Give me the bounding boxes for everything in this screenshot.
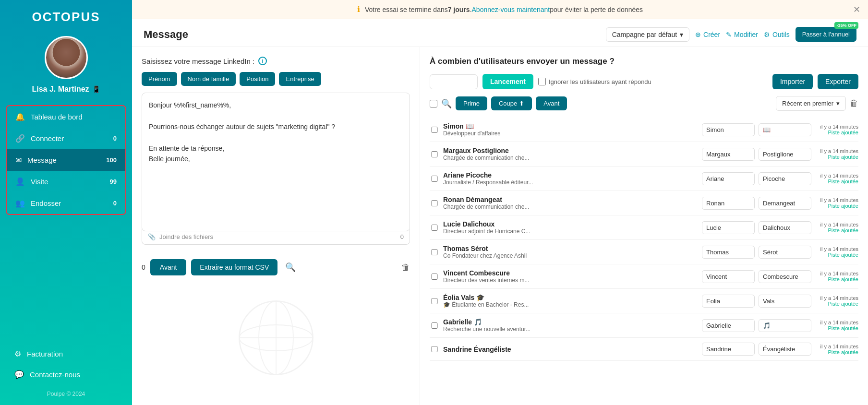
csv-button[interactable]: Extraire au format CSV (191, 259, 277, 275)
user-checkbox-9[interactable] (430, 346, 439, 352)
user-checkbox-5[interactable] (430, 249, 439, 255)
create-button[interactable]: ⊕ Créer (695, 31, 720, 38)
trash-filter-icon[interactable]: 🗑 (850, 98, 858, 108)
sidebar-item-connecter[interactable]: 🔗 Connecter 0 (7, 128, 125, 149)
plus-circle-icon: ⊕ (695, 31, 701, 38)
user-checkbox-4[interactable] (430, 225, 439, 231)
ignore-label: Ignorer les utilisateurs ayant répondu (538, 78, 651, 85)
trial-subscribe-link[interactable]: Abonnez-vous maintenant (472, 6, 550, 13)
user-subtitle: Recherche une nouvelle aventur... (443, 326, 539, 333)
tag-entreprise-button[interactable]: Entreprise (279, 72, 321, 86)
user-first-field[interactable] (702, 319, 755, 332)
user-checkbox-8[interactable] (430, 322, 439, 329)
user-last-field[interactable] (759, 270, 811, 283)
user-first-field[interactable] (702, 343, 755, 356)
launch-button[interactable]: Lancement (482, 74, 533, 89)
user-info-1: Margaux Postiglione Chargée de communica… (443, 147, 698, 161)
user-status: il y a 14 minutes Piste ajoutée (815, 246, 858, 258)
search-filter-icon[interactable]: 🔍 (441, 98, 452, 109)
user-last-field[interactable] (759, 343, 811, 356)
annual-button[interactable]: Passer à l'annuel -35% OFF (796, 27, 856, 42)
table-row: Vincent Combescure Directeur des ventes … (430, 264, 858, 289)
user-subtitle: Journaliste / Responsable éditeur... (443, 179, 539, 186)
user-checkbox-0[interactable] (430, 127, 439, 133)
user-checkbox-1[interactable] (430, 151, 439, 157)
page-header: Message Campagne par défaut ▾ ⊕ Créer ✎ … (132, 19, 868, 47)
import-button[interactable]: Importer (772, 74, 813, 89)
coupe-filter-button[interactable]: Coupe ⬆ (491, 96, 532, 110)
tag-prenom-button[interactable]: Prénom (142, 72, 177, 86)
user-first-field[interactable] (702, 148, 755, 161)
launch-input[interactable] (430, 74, 478, 89)
user-last-field[interactable] (759, 197, 811, 210)
table-row: Ronan Démangeat Chargée de communication… (430, 191, 858, 215)
user-last-field[interactable] (759, 295, 811, 308)
sidebar-item-contact[interactable]: 💬 Contactez-nous (6, 364, 126, 385)
avant-filter-button[interactable]: Avant (536, 96, 567, 110)
avant-button[interactable]: Avant (150, 259, 187, 275)
user-status: il y a 14 minutes Piste ajoutée (815, 344, 858, 355)
user-last-field[interactable] (759, 221, 811, 234)
user-last-field[interactable] (759, 319, 811, 332)
attach-icon: 📎 (148, 233, 156, 240)
user-info-9: Sandrine Évangéliste (443, 345, 698, 353)
user-status: il y a 14 minutes Piste ajoutée (815, 295, 858, 307)
gear-icon: ⚙ (14, 349, 21, 358)
user-first-field[interactable] (702, 246, 755, 259)
trial-text-after: pour éviter la perte de données (550, 6, 643, 13)
sort-dropdown[interactable]: Récent en premier ▾ (776, 96, 846, 111)
table-row: Thomas Sérot Co Fondateur chez Agence As… (430, 240, 858, 264)
user-display-name: Gabrielle 🎵 (443, 318, 698, 326)
user-first-field[interactable] (702, 270, 755, 283)
nav-badge-visite: 99 (110, 178, 117, 185)
user-first-field[interactable] (702, 221, 755, 234)
user-first-field[interactable] (702, 123, 755, 136)
search-button[interactable]: 🔍 (285, 262, 296, 273)
campaign-selector[interactable]: Campagne par défaut ▾ (606, 27, 689, 42)
user-checkbox-2[interactable] (430, 176, 439, 182)
user-first-field[interactable] (702, 172, 755, 185)
tools-button[interactable]: ⚙ Outils (764, 31, 790, 38)
bell-icon: 🔔 (15, 112, 25, 121)
delete-button[interactable]: 🗑 (401, 262, 410, 273)
trial-banner: ℹ Votre essai se termine dans 7 jours . … (132, 0, 868, 19)
user-checkbox-7[interactable] (430, 298, 439, 304)
export-button[interactable]: Exporter (818, 74, 858, 89)
user-last-field[interactable] (759, 246, 811, 259)
modify-button[interactable]: ✎ Modifier (726, 31, 758, 38)
sidebar-item-tableau[interactable]: 🔔 Tableau de bord (7, 106, 125, 128)
select-all-checkbox[interactable] (430, 100, 437, 107)
user-info-6: Vincent Combescure Directeur des ventes … (443, 269, 698, 284)
user-first-field[interactable] (702, 197, 755, 210)
user-info-5: Thomas Sérot Co Fondateur chez Agence As… (443, 245, 698, 259)
message-textarea[interactable] (142, 93, 410, 231)
user-status: il y a 14 minutes Piste ajoutée (815, 222, 858, 233)
main-area: ℹ Votre essai se termine dans 7 jours . … (132, 0, 868, 405)
user-status: il y a 14 minutes Piste ajoutée (815, 197, 858, 209)
ignore-checkbox[interactable] (538, 78, 546, 85)
user-icon: 👤 (15, 177, 25, 186)
user-last-field[interactable] (759, 123, 811, 136)
sidebar-item-visite[interactable]: 👤 Visite 99 (7, 171, 125, 192)
user-last-field[interactable] (759, 148, 811, 161)
user-checkbox-3[interactable] (430, 200, 439, 206)
table-row: Margaux Postiglione Chargée de communica… (430, 142, 858, 167)
user-last-field[interactable] (759, 172, 811, 185)
gear-header-icon: ⚙ (764, 31, 770, 38)
user-checkbox-6[interactable] (430, 274, 439, 280)
sidebar-item-endosser[interactable]: 👥 Endosser 0 (7, 192, 125, 214)
user-name: Lisa J. Martinez 📱 (32, 85, 100, 94)
edit-icon: ✎ (726, 31, 732, 38)
user-first-field[interactable] (702, 295, 755, 308)
sidebar-item-facturation[interactable]: ⚙ Facturation (6, 344, 126, 364)
tag-position-button[interactable]: Position (240, 72, 275, 86)
tag-nom-button[interactable]: Nom de famille (181, 72, 236, 86)
mail-icon: ✉ (15, 155, 22, 165)
info-icon: ℹ (357, 5, 360, 14)
sidebar-item-label: Facturation (27, 350, 63, 358)
users-top-bar: Lancement Ignorer les utilisateurs ayant… (430, 74, 858, 89)
prime-filter-button[interactable]: Prime (456, 96, 487, 110)
close-banner-button[interactable]: ✕ (853, 4, 860, 15)
sidebar-item-message[interactable]: ✉ Message 100 (7, 149, 125, 171)
table-row: Éolia Vals 🎓 🎓 Étudiante en Bachelor - R… (430, 289, 858, 313)
